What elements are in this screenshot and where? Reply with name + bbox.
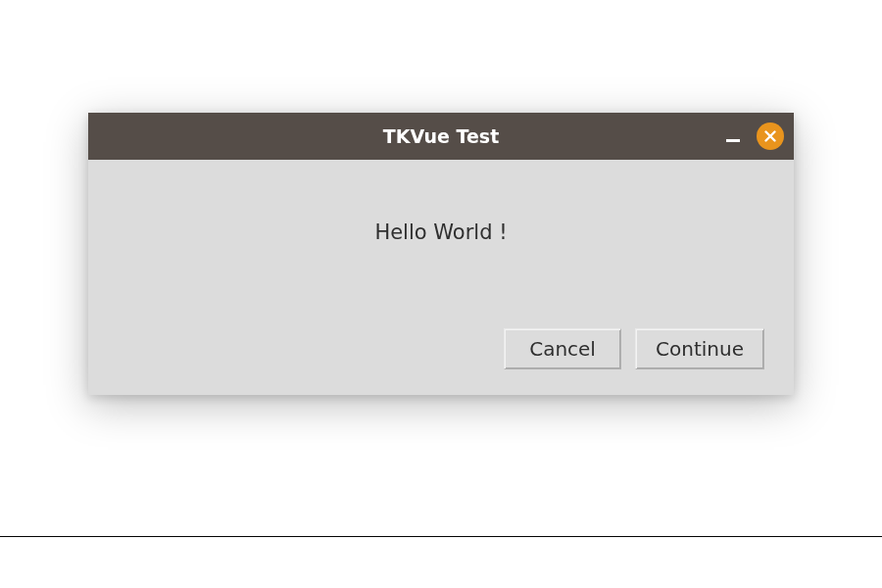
cancel-button[interactable]: Cancel <box>504 328 621 369</box>
titlebar-controls <box>723 122 784 150</box>
close-button[interactable] <box>757 122 784 150</box>
window-body: Hello World ! Cancel Continue <box>88 160 794 395</box>
minimize-button[interactable] <box>723 126 743 146</box>
page-divider <box>0 536 882 537</box>
message-text: Hello World ! <box>374 220 507 244</box>
application-window: TKVue Test Hello World ! Cancel Continue <box>88 113 794 395</box>
minimize-icon <box>726 139 740 142</box>
titlebar[interactable]: TKVue Test <box>88 113 794 160</box>
window-title: TKVue Test <box>383 125 499 147</box>
button-row: Cancel Continue <box>118 328 764 369</box>
message-area: Hello World ! <box>118 189 764 309</box>
close-icon <box>763 129 777 143</box>
continue-button[interactable]: Continue <box>635 328 764 369</box>
